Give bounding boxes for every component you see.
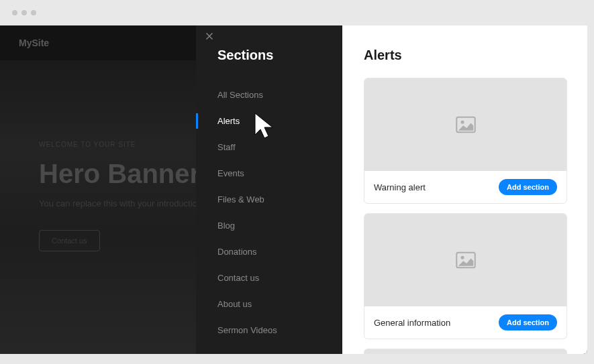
site-name: MySite (19, 38, 49, 48)
card-label: General information (374, 318, 450, 328)
svg-point-1 (460, 121, 464, 124)
hero-cta-button[interactable]: Contact us (39, 230, 100, 251)
card-label: Warning alert (374, 182, 426, 192)
browser-titlebar (0, 0, 594, 25)
image-placeholder-icon (456, 251, 476, 269)
window-dot (21, 10, 27, 15)
add-section-button[interactable]: Add section (499, 314, 557, 330)
image-placeholder-icon (456, 116, 476, 133)
section-card: Warning alertAdd section (364, 78, 567, 204)
app-content: MySite WELCOME TO YOUR SITE Hero Banner … (0, 25, 587, 354)
section-item-blog[interactable]: Blog (196, 213, 342, 239)
section-list: All SectionsAlertsStaffEventsFiles & Web… (196, 82, 342, 343)
cards-container: Warning alertAdd sectionGeneral informat… (364, 78, 567, 339)
section-card: General informationAdd section (364, 213, 567, 339)
section-item-files-web[interactable]: Files & Web (196, 186, 342, 213)
section-item-events[interactable]: Events (196, 160, 342, 186)
main-title: Alerts (364, 48, 567, 63)
card-thumbnail (364, 78, 566, 171)
section-item-sermon-videos[interactable]: Sermon Videos (196, 317, 342, 343)
section-item-about-us[interactable]: About us (196, 291, 342, 317)
sections-panel: Sections All SectionsAlertsStaffEventsFi… (196, 25, 342, 354)
section-item-donations[interactable]: Donations (196, 239, 342, 265)
card-footer: General informationAdd section (364, 306, 566, 339)
svg-point-3 (460, 256, 464, 259)
window-dot (31, 10, 36, 15)
card-peek (364, 349, 567, 354)
main-panel: Alerts Warning alertAdd sectionGeneral i… (342, 25, 587, 354)
card-thumbnail (364, 214, 566, 306)
section-item-alerts[interactable]: Alerts (196, 108, 342, 134)
section-item-contact-us[interactable]: Contact us (196, 265, 342, 291)
window-dot (12, 10, 17, 15)
close-icon[interactable] (204, 31, 215, 42)
browser-frame: MySite WELCOME TO YOUR SITE Hero Banner … (0, 0, 594, 364)
panel-title: Sections (196, 25, 342, 63)
section-item-staff[interactable]: Staff (196, 134, 342, 160)
card-footer: Warning alertAdd section (364, 171, 566, 203)
section-item-all-sections[interactable]: All Sections (196, 82, 342, 108)
add-section-button[interactable]: Add section (499, 179, 557, 195)
